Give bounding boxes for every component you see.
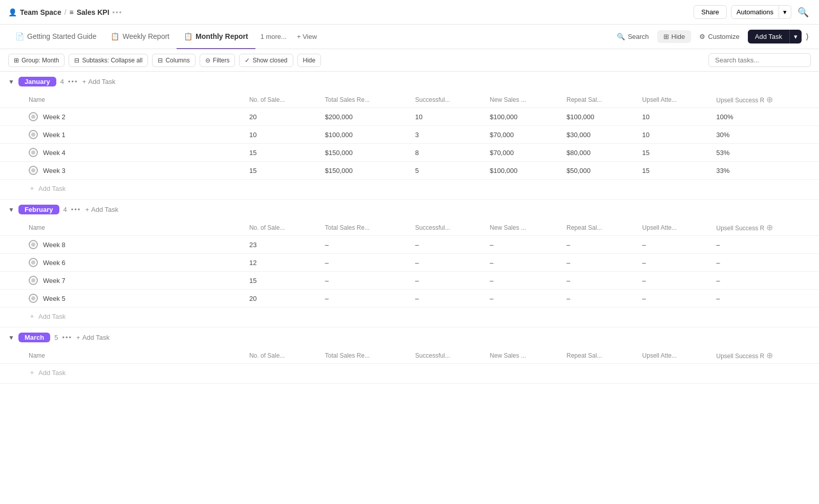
- add-task-inline-february[interactable]: ＋ Add Task: [29, 312, 813, 321]
- table-row[interactable]: Week 1 10 $100,000 3 $70,000 $30,000 10 …: [0, 126, 819, 144]
- task-nosales: 20: [243, 290, 319, 308]
- task-successful: 10: [409, 108, 484, 126]
- add-task-inline-march[interactable]: ＋ Add Task: [29, 368, 813, 377]
- hide-action-button[interactable]: ⊞ Hide: [657, 30, 692, 43]
- tab-more[interactable]: 1 more...: [255, 33, 292, 40]
- tab-getting-started[interactable]: 📄 Getting Started Guide: [8, 25, 103, 49]
- add-task-button[interactable]: Add Task: [748, 30, 789, 43]
- customize-action-icon: ⚙: [699, 33, 705, 40]
- task-repeatsale: $50,000: [561, 162, 636, 180]
- col-newsales-january: New Sales ...: [484, 92, 561, 108]
- group-january: ▼ January 4 ••• + Add Task Name No. of S…: [0, 72, 819, 200]
- table-row[interactable]: Week 7 15 – – – – – –: [0, 272, 819, 290]
- group-dots-january[interactable]: •••: [68, 78, 78, 85]
- group-header-march[interactable]: ▼ March 5 ••• + Add Task: [0, 327, 819, 347]
- task-upsellsucc: 100%: [710, 108, 819, 126]
- col-add-icon-march[interactable]: ⊕: [766, 351, 773, 360]
- search-tasks-input[interactable]: [708, 53, 811, 67]
- show-closed-button[interactable]: ✓ Show closed: [239, 54, 293, 67]
- page-title[interactable]: ≡ Sales KPI •••: [70, 8, 123, 16]
- table-row[interactable]: Week 6 12 – – – – – –: [0, 254, 819, 272]
- task-name-cell[interactable]: Week 6: [0, 254, 243, 272]
- tab-monthly-report[interactable]: 📋 Monthly Report: [177, 25, 255, 49]
- group-dots-march[interactable]: •••: [62, 334, 72, 341]
- tab-weekly-report-label: Weekly Report: [122, 32, 169, 40]
- task-totalsales: $100,000: [319, 126, 409, 144]
- task-upsellatte: 15: [636, 144, 710, 162]
- task-status-icon[interactable]: [29, 148, 38, 157]
- group-add-task-january[interactable]: + Add Task: [82, 78, 116, 85]
- task-status-icon[interactable]: [29, 240, 38, 249]
- group-add-task-march[interactable]: + Add Task: [76, 334, 110, 341]
- team-space[interactable]: 👤 Team Space: [8, 8, 61, 16]
- col-add-icon-january[interactable]: ⊕: [766, 95, 773, 104]
- columns-filter-button[interactable]: ⊟ Columns: [152, 54, 195, 67]
- group-dots-february[interactable]: •••: [71, 206, 81, 213]
- task-repeatsale: –: [561, 254, 636, 272]
- group-add-task-february[interactable]: + Add Task: [85, 206, 118, 213]
- tab-expand-button[interactable]: ⟩: [804, 30, 811, 43]
- task-status-icon[interactable]: [29, 130, 38, 139]
- tab-list-icon-2: 📋: [184, 32, 192, 40]
- top-search-button[interactable]: 🔍: [795, 5, 811, 20]
- add-view-button[interactable]: + View: [292, 33, 322, 40]
- task-successful: 3: [409, 126, 484, 144]
- task-name-cell[interactable]: Week 1: [0, 126, 243, 144]
- col-upsellsucc-march: Upsell Success R ⊕: [710, 347, 819, 364]
- automations-button[interactable]: Automations: [731, 5, 779, 19]
- task-status-icon[interactable]: [29, 258, 38, 267]
- table-row[interactable]: Week 8 23 – – – – – –: [0, 236, 819, 254]
- tab-weekly-report[interactable]: 📋 Weekly Report: [103, 25, 177, 49]
- filters-button[interactable]: ⊝ Filters: [200, 54, 235, 67]
- group-chevron-march[interactable]: ▼: [8, 334, 14, 341]
- group-header-february[interactable]: ▼ February 4 ••• + Add Task: [0, 200, 819, 220]
- team-space-icon: 👤: [8, 8, 17, 16]
- group-add-icon: +: [76, 334, 80, 341]
- table-row[interactable]: Week 5 20 – – – – – –: [0, 290, 819, 308]
- task-name-cell[interactable]: Week 5: [0, 290, 243, 308]
- search-action-button[interactable]: 🔍 Search: [611, 30, 655, 43]
- group-chevron-january[interactable]: ▼: [8, 78, 14, 85]
- add-view-label: + View: [297, 33, 317, 40]
- group-march: ▼ March 5 ••• + Add Task Name No. of Sal…: [0, 327, 819, 384]
- task-name-cell[interactable]: Week 4: [0, 144, 243, 162]
- add-task-inline-january[interactable]: ＋ Add Task: [29, 184, 813, 193]
- group-chevron-february[interactable]: ▼: [8, 206, 14, 213]
- col-add-icon-february[interactable]: ⊕: [766, 223, 773, 232]
- task-name-label: Week 8: [43, 241, 66, 249]
- filter-bar: ⊞ Group: Month ⊟ Subtasks: Collapse all …: [0, 49, 819, 72]
- task-status-icon[interactable]: [29, 166, 38, 175]
- task-name-cell[interactable]: Week 3: [0, 162, 243, 180]
- add-task-cell-february: ＋ Add Task: [0, 308, 819, 327]
- customize-action-button[interactable]: ⚙ Customize: [693, 30, 745, 43]
- task-status-icon[interactable]: [29, 294, 38, 303]
- task-status-icon[interactable]: [29, 112, 38, 121]
- task-name-label: Week 3: [43, 167, 66, 174]
- task-successful: –: [409, 254, 484, 272]
- task-name-cell[interactable]: Week 7: [0, 272, 243, 290]
- table-row[interactable]: Week 2 20 $200,000 10 $100,000 $100,000 …: [0, 108, 819, 126]
- task-name-cell[interactable]: Week 2: [0, 108, 243, 126]
- group-filter-button[interactable]: ⊞ Group: Month: [8, 54, 64, 67]
- table-row[interactable]: Week 3 15 $150,000 5 $100,000 $50,000 15…: [0, 162, 819, 180]
- task-upsellatte: –: [636, 254, 710, 272]
- automations-caret[interactable]: ▾: [779, 5, 791, 19]
- share-button[interactable]: Share: [694, 5, 727, 19]
- task-status-icon[interactable]: [29, 276, 38, 285]
- table-row[interactable]: Week 4 15 $150,000 8 $70,000 $80,000 15 …: [0, 144, 819, 162]
- task-name-cell[interactable]: Week 8: [0, 236, 243, 254]
- col-totalsales-march: Total Sales Re...: [319, 347, 409, 364]
- page-more-options[interactable]: •••: [113, 8, 123, 16]
- col-repeatsale-january: Repeat Sal...: [561, 92, 636, 108]
- group-header-january[interactable]: ▼ January 4 ••• + Add Task: [0, 72, 819, 92]
- task-repeatsale: $80,000: [561, 144, 636, 162]
- task-repeatsale: –: [561, 236, 636, 254]
- hide-filter-button[interactable]: Hide: [297, 54, 321, 67]
- add-task-caret[interactable]: ▾: [789, 30, 802, 43]
- task-newsales: $70,000: [484, 126, 561, 144]
- task-newsales: –: [484, 272, 561, 290]
- task-upsellsucc: 30%: [710, 126, 819, 144]
- task-name-label: Week 4: [43, 149, 66, 157]
- subtasks-filter-button[interactable]: ⊟ Subtasks: Collapse all: [69, 54, 148, 67]
- task-upsellsucc: 33%: [710, 162, 819, 180]
